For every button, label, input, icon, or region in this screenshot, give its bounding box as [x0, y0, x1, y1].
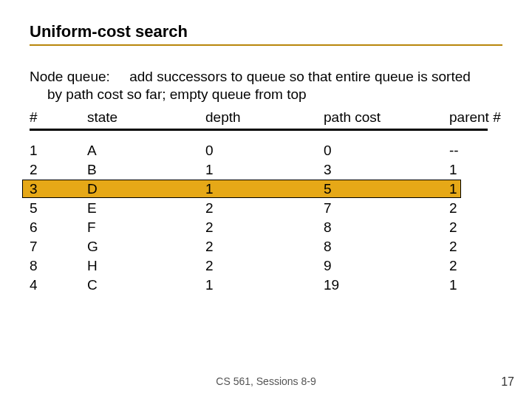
- table-row: 1A00--: [30, 141, 502, 160]
- table-row: 6F282: [30, 218, 502, 237]
- cell-parent: 2: [449, 256, 502, 276]
- cell-cost: 9: [324, 256, 449, 276]
- table-header: # state depth path cost parent #: [30, 108, 502, 127]
- cell-num: 2: [30, 160, 74, 180]
- cell-num: 6: [30, 218, 74, 237]
- header-num: #: [30, 108, 74, 127]
- cell-num: 3: [30, 180, 74, 199]
- cell-cost: 8: [324, 218, 449, 237]
- cell-depth: 2: [205, 218, 324, 237]
- page-title: Uniform-cost search: [30, 22, 502, 44]
- table-body: 1A00--2B1313D1515E2726F2827G2828H2924C11…: [30, 141, 502, 295]
- cell-num: 1: [30, 141, 74, 160]
- cell-parent: 1: [449, 180, 502, 199]
- cell-depth: 2: [205, 256, 324, 276]
- cell-parent: --: [449, 141, 502, 160]
- header-parent: parent #: [449, 108, 502, 127]
- header-cost: path cost: [324, 108, 449, 127]
- desc-text1: add successors to queue so that entire q…: [129, 69, 471, 84]
- cell-depth: 0: [205, 141, 324, 160]
- cell-num: 8: [30, 256, 74, 276]
- table-row: 2B131: [30, 160, 502, 180]
- cell-depth: 1: [205, 276, 324, 295]
- cell-state: H: [74, 256, 205, 276]
- table-row: 5E272: [30, 199, 502, 218]
- cell-num: 4: [30, 276, 74, 295]
- cell-depth: 1: [205, 180, 324, 199]
- cell-depth: 1: [205, 160, 324, 180]
- table-row: 3D151: [30, 180, 502, 199]
- desc-text2: by path cost so far; empty queue from to…: [30, 86, 307, 102]
- header-depth: depth: [205, 108, 324, 127]
- cell-num: 5: [30, 199, 74, 218]
- table-row: 4C1191: [30, 276, 502, 295]
- title-underline: [30, 44, 502, 46]
- cell-parent: 2: [449, 237, 502, 256]
- cell-depth: 2: [205, 237, 324, 256]
- cell-num: 7: [30, 237, 74, 256]
- table-row: 8H292: [30, 256, 502, 276]
- cell-state: C: [74, 276, 205, 295]
- cell-parent: 2: [449, 199, 502, 218]
- header-state: state: [74, 108, 205, 127]
- footer-text: CS 561, Sessions 8-9: [0, 375, 532, 387]
- cell-cost: 8: [324, 237, 449, 256]
- cell-state: G: [74, 237, 205, 256]
- cell-cost: 3: [324, 160, 449, 180]
- cell-state: A: [74, 141, 205, 160]
- queue-table: # state depth path cost parent # 1A00--2…: [30, 108, 502, 296]
- cell-cost: 7: [324, 199, 449, 218]
- cell-cost: 19: [324, 276, 449, 295]
- cell-depth: 2: [205, 199, 324, 218]
- desc-label: Node queue:: [30, 69, 110, 84]
- cell-parent: 1: [449, 276, 502, 295]
- cell-state: F: [74, 218, 205, 237]
- cell-parent: 2: [449, 218, 502, 237]
- header-divider: [30, 129, 488, 131]
- cell-cost: 0: [324, 141, 449, 160]
- cell-parent: 1: [449, 160, 502, 180]
- cell-state: E: [74, 199, 205, 218]
- cell-cost: 5: [324, 180, 449, 199]
- page-number: 17: [501, 375, 514, 389]
- cell-state: D: [74, 180, 205, 199]
- description-block: Node queue: add successors to queue so t…: [30, 68, 502, 103]
- slide: Uniform-cost search Node queue: add succ…: [0, 0, 532, 399]
- table-row: 7G282: [30, 237, 502, 256]
- cell-state: B: [74, 160, 205, 180]
